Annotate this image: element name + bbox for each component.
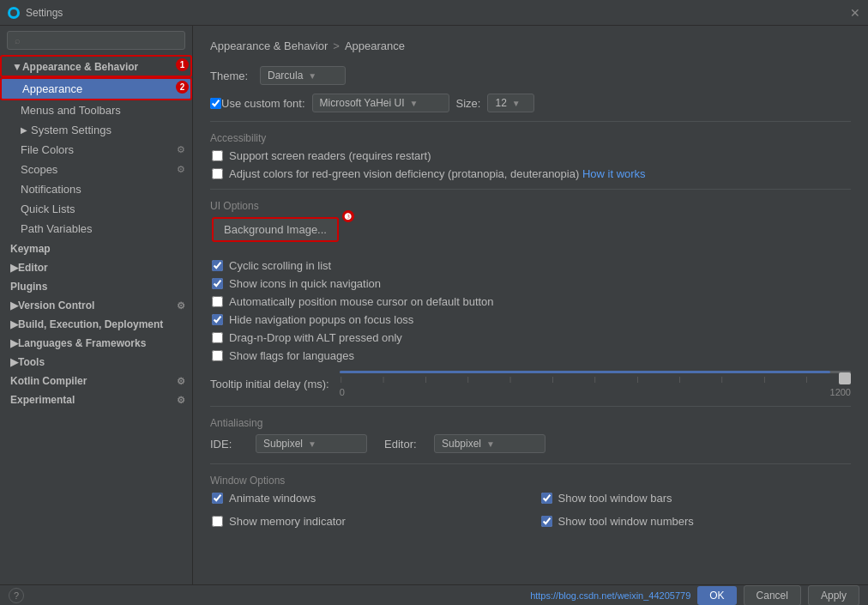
sidebar-item-label: Appearance & Behavior	[22, 61, 138, 73]
settings-icon: ⚙	[177, 376, 185, 387]
sidebar-item-editor[interactable]: ▶ Editor	[0, 257, 192, 276]
show-icons-row: Show icons in quick navigation	[210, 277, 851, 290]
show-flags-checkbox[interactable]	[212, 350, 223, 361]
sidebar-item-plugins[interactable]: Plugins	[0, 276, 192, 295]
show-memory-indicator-label[interactable]: Show memory indicator	[229, 515, 346, 528]
drag-n-drop-label[interactable]: Drag-n-Drop with ALT pressed only	[229, 331, 402, 344]
apply-button[interactable]: Apply	[808, 585, 859, 606]
cyclic-scrolling-label[interactable]: Cyclic scrolling in list	[229, 259, 331, 272]
adjust-colors-checkbox[interactable]	[212, 168, 223, 179]
sidebar-item-scopes[interactable]: Scopes ⚙	[0, 160, 192, 179]
app-icon	[7, 6, 21, 20]
search-input[interactable]: ⌕	[7, 31, 185, 50]
cancel-button[interactable]: Cancel	[744, 585, 801, 606]
show-memory-indicator-row: Show memory indicator	[210, 515, 522, 528]
ide-antialiasing-dropdown[interactable]: Subpixel ▼	[256, 434, 367, 453]
sidebar-item-languages-frameworks[interactable]: ▶ Languages & Frameworks	[0, 333, 192, 352]
auto-position-label[interactable]: Automatically position mouse cursor on d…	[229, 295, 494, 308]
theme-dropdown[interactable]: Darcula ▼	[260, 66, 346, 85]
sidebar-item-appearance-behavior[interactable]: ▼ Appearance & Behavior 1	[0, 55, 192, 77]
auto-position-checkbox[interactable]	[212, 296, 223, 307]
slider-ticks: | | | | | | | | | | | | |	[340, 375, 851, 383]
breadcrumb-current: Appearance	[345, 39, 405, 52]
sidebar-item-label: Version Control	[18, 299, 94, 312]
sidebar-item-label: Path Variables	[21, 222, 185, 235]
auto-position-row: Automatically position mouse cursor on d…	[210, 295, 851, 308]
theme-label: Theme:	[210, 70, 253, 82]
show-tool-window-numbers-label[interactable]: Show tool window numbers	[558, 515, 694, 528]
sidebar-item-file-colors[interactable]: File Colors ⚙	[0, 140, 192, 160]
show-tool-window-bars-label[interactable]: Show tool window bars	[558, 492, 672, 505]
slider-track	[340, 371, 851, 373]
help-button[interactable]: ?	[9, 588, 24, 603]
sidebar-item-quick-lists[interactable]: Quick Lists	[0, 199, 192, 219]
support-screen-readers-checkbox[interactable]	[212, 150, 223, 161]
dropdown-arrow: ▼	[308, 71, 316, 81]
editor-label: Editor:	[384, 438, 427, 451]
show-icons-checkbox[interactable]	[212, 278, 223, 289]
sidebar-item-experimental[interactable]: Experimental ⚙	[0, 390, 192, 408]
sidebar-item-appearance[interactable]: Appearance 2	[0, 77, 192, 100]
show-icons-label[interactable]: Show icons in quick navigation	[229, 277, 381, 290]
editor-antialiasing-dropdown[interactable]: Subpixel ▼	[434, 434, 546, 453]
sidebar-item-build-execution[interactable]: ▶ Build, Execution, Deployment	[0, 314, 192, 333]
bottom-bar-left: ?	[9, 588, 24, 603]
ui-options-header: UI Options	[210, 200, 851, 212]
font-dropdown[interactable]: Microsoft YaHei UI ▼	[312, 94, 449, 112]
close-button[interactable]: ✕	[849, 7, 861, 19]
sidebar-item-notifications[interactable]: Notifications	[0, 179, 192, 199]
sidebar-item-label: File Colors	[21, 143, 177, 156]
hide-nav-popups-checkbox[interactable]	[212, 314, 223, 325]
divider-4	[210, 463, 851, 464]
how-it-works-link[interactable]: How it works	[582, 167, 646, 180]
expand-arrow: ▶	[10, 299, 18, 312]
dropdown-arrow: ▼	[409, 99, 418, 108]
sidebar-group-appearance-behavior: ▼ Appearance & Behavior 1 Appearance 2 M…	[0, 55, 192, 239]
sidebar-item-label: Tools	[18, 356, 45, 368]
custom-font-label[interactable]: Use custom font:	[221, 97, 305, 110]
url-link[interactable]: https://blog.csdn.net/weixin_44205779	[530, 590, 690, 601]
size-value: 12	[495, 97, 506, 109]
support-screen-readers-label[interactable]: Support screen readers (requires restart…	[229, 149, 431, 162]
sidebar-item-path-variables[interactable]: Path Variables	[0, 219, 192, 239]
sidebar-item-label: Quick Lists	[21, 203, 185, 215]
show-memory-indicator-checkbox[interactable]	[212, 516, 223, 527]
ide-label: IDE:	[210, 438, 249, 451]
sidebar-item-label: Keymap	[10, 243, 51, 255]
sidebar-item-kotlin-compiler[interactable]: Kotlin Compiler ⚙	[0, 371, 192, 390]
sidebar-item-version-control[interactable]: ▶ Version Control ⚙	[0, 295, 192, 314]
slider-thumb[interactable]	[839, 372, 851, 384]
background-image-button[interactable]: Background Image...	[212, 217, 339, 242]
tooltip-slider[interactable]: | | | | | | | | | | | | |	[340, 371, 851, 386]
show-tool-window-numbers-checkbox[interactable]	[541, 516, 552, 527]
svg-point-1	[10, 9, 17, 16]
theme-value: Darcula	[268, 70, 303, 82]
accessibility-header: Accessibility	[210, 132, 851, 144]
sidebar-item-system-settings[interactable]: ▶ System Settings	[0, 120, 192, 140]
sidebar-item-tools[interactable]: ▶ Tools	[0, 352, 192, 371]
slider-min: 0	[340, 387, 345, 397]
sidebar-item-label: Kotlin Compiler	[10, 375, 87, 387]
breadcrumb: Appearance & Behavior > Appearance	[210, 39, 851, 52]
sidebar-item-label: Notifications	[21, 183, 185, 196]
sidebar-item-keymap[interactable]: Keymap	[0, 239, 192, 257]
ok-button[interactable]: OK	[697, 586, 736, 605]
show-tool-window-bars-row: Show tool window bars	[539, 492, 852, 505]
sidebar-item-label: Plugins	[10, 281, 47, 293]
window-options-header: Window Options	[210, 475, 851, 487]
cyclic-scrolling-checkbox[interactable]	[212, 260, 223, 271]
animate-windows-label[interactable]: Animate windows	[229, 492, 316, 505]
show-flags-label[interactable]: Show flags for languages	[229, 349, 354, 362]
dropdown-arrow: ▼	[308, 439, 316, 449]
show-tool-window-bars-checkbox[interactable]	[541, 493, 552, 504]
drag-n-drop-row: Drag-n-Drop with ALT pressed only	[210, 331, 851, 344]
adjust-colors-row: Adjust colors for red-green vision defic…	[210, 167, 851, 180]
animate-windows-checkbox[interactable]	[212, 493, 223, 504]
sidebar-item-menus-toolbars[interactable]: Menus and Toolbars	[0, 100, 192, 120]
size-dropdown[interactable]: 12 ▼	[487, 94, 534, 112]
drag-n-drop-checkbox[interactable]	[212, 332, 223, 343]
hide-nav-popups-label[interactable]: Hide navigation popups on focus loss	[229, 313, 413, 326]
ide-aa-value: Subpixel	[263, 438, 303, 450]
expand-arrow: ▶	[10, 262, 18, 274]
custom-font-checkbox[interactable]	[210, 98, 221, 109]
